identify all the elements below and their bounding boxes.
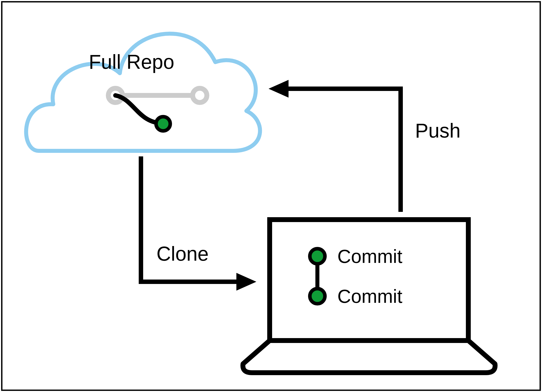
laptop-commit-node-bottom bbox=[310, 289, 325, 304]
laptop-base bbox=[243, 341, 495, 373]
branch-commit-node bbox=[156, 117, 170, 131]
laptop-screen bbox=[270, 220, 468, 341]
push-label: Push bbox=[415, 120, 461, 142]
laptop-icon: Commit Commit bbox=[243, 220, 495, 373]
commit-label-top: Commit bbox=[337, 246, 402, 267]
commit-label-bottom: Commit bbox=[337, 286, 402, 307]
clone-label: Clone bbox=[157, 243, 209, 265]
branch-node-right bbox=[193, 88, 207, 102]
diagram-canvas: Full Repo Clone Push Commit Commit bbox=[0, 0, 542, 392]
laptop-commit-node-top bbox=[310, 249, 325, 264]
cloud-label: Full Repo bbox=[89, 51, 174, 73]
